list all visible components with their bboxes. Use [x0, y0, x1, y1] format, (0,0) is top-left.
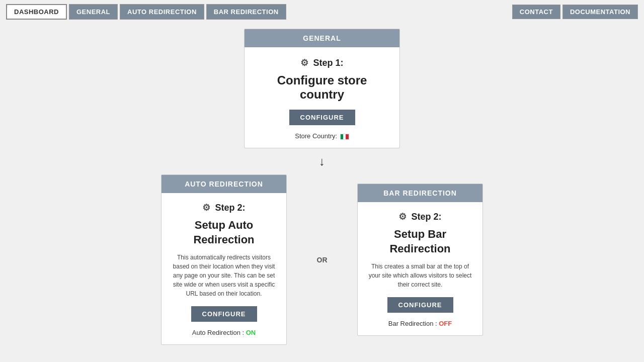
left-nav-tabs: DASHBOARD GENERAL AUTO REDIRECTION BAR R…: [6, 4, 286, 20]
right-nav-tabs: CONTACT DOCUMENTATION: [512, 5, 638, 19]
general-card-title: Configure store country: [255, 73, 389, 102]
arrow-down-icon: ↓: [319, 154, 325, 168]
italy-flag-icon: [340, 134, 349, 140]
documentation-button[interactable]: DOCUMENTATION: [562, 5, 638, 19]
auto-redirection-title: Setup Auto Redirection: [170, 218, 278, 247]
store-country-status: Store Country:: [255, 132, 389, 140]
auto-redirection-card-body: ⚙ Step 2: Setup Auto Redirection This au…: [162, 193, 286, 344]
auto-redirection-card-header: AUTO REDIRECTION: [162, 175, 286, 193]
bottom-row: AUTO REDIRECTION ⚙ Step 2: Setup Auto Re…: [161, 174, 483, 345]
main-content: GENERAL ⚙ Step 1: Configure store countr…: [0, 24, 644, 345]
flag-stripe-red: [346, 134, 348, 139]
bar-redirection-status-label: Bar Redirection :: [388, 320, 437, 327]
bar-redirection-card-body: ⚙ Step 2: Setup Bar Redirection This cre…: [358, 202, 482, 335]
bar-redirection-title: Setup Bar Redirection: [366, 227, 474, 256]
auto-redirection-status-label: Auto Redirection :: [192, 329, 244, 336]
general-step-title: ⚙ Step 1:: [255, 57, 389, 68]
gear-icon-bar: ⚙: [398, 212, 407, 222]
or-divider: OR: [287, 256, 357, 264]
general-card-header: GENERAL: [245, 29, 399, 47]
general-card-body: ⚙ Step 1: Configure store country CONFIG…: [245, 47, 399, 148]
auto-redirection-step-title: ⚙ Step 2:: [170, 202, 278, 213]
tab-dashboard[interactable]: DASHBOARD: [6, 4, 67, 20]
store-country-label: Store Country:: [295, 132, 337, 140]
auto-redirection-status-value: ON: [246, 329, 256, 336]
bar-redirection-card-header: BAR REDIRECTION: [358, 184, 482, 202]
tab-auto-redirection[interactable]: AUTO REDIRECTION: [120, 4, 204, 20]
tab-general[interactable]: GENERAL: [69, 4, 118, 20]
auto-redirection-status: Auto Redirection : ON: [170, 329, 278, 336]
auto-redirection-card: AUTO REDIRECTION ⚙ Step 2: Setup Auto Re…: [161, 174, 287, 345]
bar-redirection-description: This creates a small bar at the top of y…: [366, 262, 474, 289]
auto-redirection-configure-button[interactable]: CONFIGURE: [191, 306, 257, 322]
top-navigation: DASHBOARD GENERAL AUTO REDIRECTION BAR R…: [0, 0, 644, 24]
auto-redirection-step-label: Step 2:: [215, 203, 246, 213]
tab-bar-redirection[interactable]: BAR REDIRECTION: [206, 4, 286, 20]
bar-redirection-card: BAR REDIRECTION ⚙ Step 2: Setup Bar Redi…: [357, 184, 483, 336]
gear-icon-auto: ⚙: [202, 203, 210, 213]
contact-button[interactable]: CONTACT: [512, 5, 560, 19]
general-step-label: Step 1:: [313, 58, 344, 68]
bar-redirection-step-title: ⚙ Step 2:: [366, 211, 474, 222]
bar-redirection-status: Bar Redirection : OFF: [366, 320, 474, 327]
bar-redirection-step-label: Step 2:: [412, 212, 442, 222]
bar-redirection-status-value: OFF: [439, 320, 452, 327]
general-card: GENERAL ⚙ Step 1: Configure store countr…: [244, 29, 400, 148]
auto-redirection-description: This automatically redirects visitors ba…: [170, 253, 278, 298]
gear-icon-general: ⚙: [300, 58, 308, 68]
general-configure-button[interactable]: CONFIGURE: [289, 110, 355, 125]
bar-redirection-configure-button[interactable]: CONFIGURE: [387, 297, 453, 313]
